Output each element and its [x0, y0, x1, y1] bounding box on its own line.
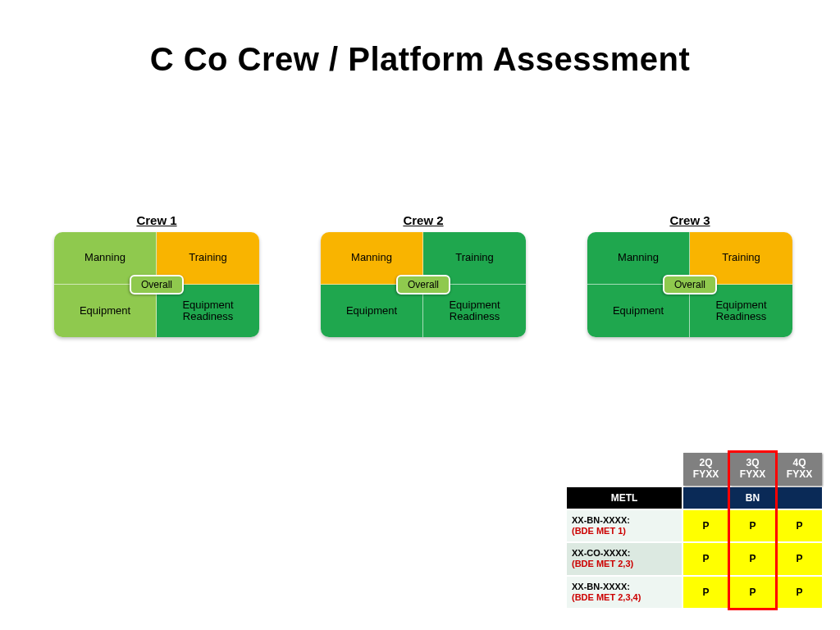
- page-title: C Co Crew / Platform Assessment: [0, 41, 840, 78]
- metl-value-cell: P: [683, 543, 728, 574]
- crew-card: Crew 1ManningTrainingEquipmentEquipmentR…: [54, 213, 259, 337]
- metl-row-label: XX-BN-XXXX:(BDE MET 1): [567, 510, 682, 541]
- metl-value-cell: P: [683, 510, 728, 541]
- bn-cell: BN: [730, 487, 775, 509]
- metl-row-label: XX-CO-XXXX:(BDE MET 2,3): [567, 543, 682, 574]
- metl-value-cell: P: [777, 510, 822, 541]
- metl-table: 2QFYXX3QFYXX4QFYXXMETLBNXX-BN-XXXX:(BDE …: [565, 451, 824, 609]
- quarter-header: 4QFYXX: [777, 453, 822, 486]
- crew-label: Crew 1: [54, 213, 259, 227]
- crew-overall-badge: Overall: [396, 275, 450, 294]
- crew-label: Crew 3: [587, 213, 792, 227]
- metl-value-cell: P: [683, 577, 728, 608]
- metl-blank-cell: [567, 453, 682, 486]
- metl-table-wrap: 2QFYXX3QFYXX4QFYXXMETLBNXX-BN-XXXX:(BDE …: [565, 451, 824, 609]
- metl-value-cell: P: [730, 543, 775, 574]
- crew-overall-badge: Overall: [130, 275, 184, 294]
- crew-quad: ManningTrainingEquipmentEquipmentReadine…: [587, 232, 792, 337]
- crew-quad: ManningTrainingEquipmentEquipmentReadine…: [321, 232, 526, 337]
- metl-value-cell: P: [730, 510, 775, 541]
- metl-title-cell: METL: [567, 487, 682, 509]
- metl-row-label: XX-BN-XXXX:(BDE MET 2,3,4): [567, 577, 682, 608]
- metl-value-cell: P: [777, 577, 822, 608]
- crew-overall-badge: Overall: [663, 275, 717, 294]
- quarter-header: 3QFYXX: [730, 453, 775, 486]
- navy-cell: [683, 487, 728, 509]
- metl-value-cell: P: [730, 577, 775, 608]
- crew-card: Crew 2ManningTrainingEquipmentEquipmentR…: [321, 213, 526, 337]
- quarter-header: 2QFYXX: [683, 453, 728, 486]
- navy-cell: [777, 487, 822, 509]
- crew-quad: ManningTrainingEquipmentEquipmentReadine…: [54, 232, 259, 337]
- crew-card: Crew 3ManningTrainingEquipmentEquipmentR…: [587, 213, 792, 337]
- metl-value-cell: P: [777, 543, 822, 574]
- crew-cards-row: Crew 1ManningTrainingEquipmentEquipmentR…: [54, 213, 792, 337]
- crew-label: Crew 2: [321, 213, 526, 227]
